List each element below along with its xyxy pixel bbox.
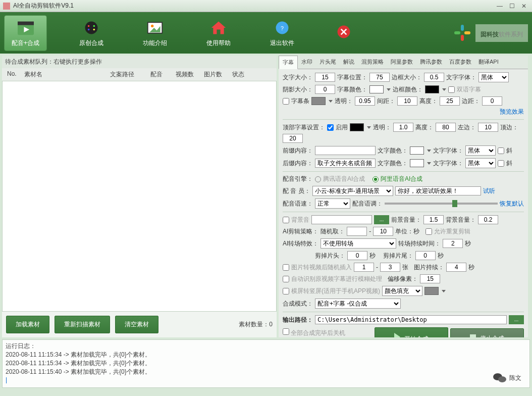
tool-help[interactable]: 使用帮助	[199, 16, 238, 51]
tool-original[interactable]: 原创合成	[72, 16, 111, 51]
subtitle-bar-checkbox[interactable]	[283, 98, 289, 105]
slack-icon	[453, 24, 471, 42]
suffix-font-select[interactable]: 黑体	[465, 158, 496, 168]
bar-spacing-input[interactable]	[397, 96, 417, 106]
voice-actor-select[interactable]: 小云-标准女声-通用场景	[312, 186, 393, 196]
fg-volume-input[interactable]	[423, 215, 444, 224]
top-bar-color[interactable]	[350, 123, 364, 131]
font-size-input[interactable]	[315, 73, 335, 82]
top-enable-checkbox[interactable]	[327, 124, 334, 131]
tab-ali-params[interactable]: 阿里参数	[387, 56, 416, 69]
prefix-italic-checkbox[interactable]	[498, 147, 504, 154]
minimize-button[interactable]: —	[495, 3, 505, 10]
top-left-input[interactable]	[478, 123, 498, 132]
prefix-font-select[interactable]: 黑体	[465, 145, 496, 156]
stop-compose-button[interactable]: 停止合成	[450, 328, 524, 338]
top-margin-input[interactable]	[283, 134, 303, 143]
close-button[interactable]: ✕	[519, 3, 529, 10]
tab-intro-outro[interactable]: 片头尾	[316, 56, 340, 69]
maximize-button[interactable]: ☐	[507, 3, 517, 10]
tab-tencent-params[interactable]: 腾讯参数	[416, 56, 446, 69]
font-select[interactable]: 黑体	[478, 72, 509, 82]
pic-from-input[interactable]	[354, 263, 374, 272]
transition-select[interactable]: 不使用转场	[321, 238, 396, 249]
output-browse-button[interactable]: ...	[509, 315, 524, 324]
compose-mode-select[interactable]: 配音+字幕 -仅合成	[315, 299, 401, 309]
pic-dur-input[interactable]	[446, 263, 466, 272]
bilingual-checkbox[interactable]	[448, 86, 455, 93]
tool-exit[interactable]	[327, 20, 361, 46]
bar-opacity-input[interactable]	[355, 96, 375, 106]
output-path-input[interactable]	[315, 315, 507, 324]
tab-subtitle[interactable]: 字幕	[279, 56, 298, 69]
cut-tail-input[interactable]	[415, 251, 436, 260]
subtitle-pos-input[interactable]	[369, 73, 390, 82]
offset-input[interactable]	[420, 274, 440, 283]
allow-dup-checkbox[interactable]	[425, 228, 432, 235]
transition-dur-input[interactable]	[443, 239, 463, 248]
top-height-input[interactable]	[436, 123, 456, 132]
bar-color-picker[interactable]	[311, 97, 326, 105]
bar-height-input[interactable]	[440, 96, 460, 106]
reset-link[interactable]: 恢复默认	[500, 200, 524, 208]
prefix-color[interactable]	[410, 146, 424, 155]
auto-blur-checkbox[interactable]	[283, 276, 289, 282]
grid-body[interactable]	[2, 81, 277, 312]
tool-voice-compose[interactable]: 配音+合成	[4, 15, 47, 51]
border-size-input[interactable]	[424, 73, 444, 82]
chevron-down-icon[interactable]	[442, 88, 446, 91]
tool-features[interactable]: 功能介绍	[136, 16, 174, 51]
fill-color-picker[interactable]	[424, 287, 439, 295]
tool-usage-help[interactable]: ? 退出软件	[263, 16, 301, 51]
tab-baidu-params[interactable]: 百度参数	[446, 56, 475, 69]
pitch-slider[interactable]	[385, 203, 498, 205]
cut-head-input[interactable]	[347, 251, 367, 260]
voice-speed-select[interactable]: 正常	[315, 199, 350, 209]
fill-mode-select[interactable]: 颜色填充	[382, 286, 422, 296]
engine-ali-radio[interactable]	[373, 176, 379, 182]
engine-tencent-radio[interactable]	[315, 176, 321, 182]
tab-mix-strategy[interactable]: 混剪策略	[358, 56, 387, 69]
preview-link[interactable]: 预览效果	[500, 108, 524, 116]
shadow-input[interactable]	[315, 85, 335, 94]
rand-to-input[interactable]	[373, 227, 393, 236]
subtitle-color-picker[interactable]	[369, 85, 384, 93]
pic-to-input[interactable]	[380, 263, 400, 272]
svg-text:?: ?	[281, 25, 284, 31]
rescan-material-button[interactable]: 重新扫描素材	[55, 316, 110, 333]
bg-volume-input[interactable]	[478, 215, 498, 224]
border-color-picker[interactable]	[425, 85, 439, 93]
chevron-down-icon[interactable]	[387, 88, 391, 91]
start-compose-button[interactable]: 开始合成	[375, 327, 448, 337]
suffix-color[interactable]	[410, 159, 424, 167]
shutdown-checkbox[interactable]	[283, 328, 289, 335]
svg-rect-15	[461, 25, 464, 31]
pic-insert-checkbox[interactable]	[283, 264, 289, 271]
listen-link[interactable]: 试听	[483, 187, 495, 195]
play-icon	[394, 333, 400, 337]
chevron-down-icon[interactable]	[427, 162, 431, 165]
sample-text-input[interactable]	[395, 186, 481, 195]
tab-narration[interactable]: 解说	[340, 56, 358, 69]
load-material-button[interactable]: 加载素材	[6, 316, 49, 333]
rand-from-input[interactable]	[347, 227, 367, 236]
bgm-path-input[interactable]	[311, 215, 372, 224]
top-opacity-input[interactable]	[393, 123, 413, 132]
chevron-down-icon[interactable]	[329, 100, 333, 103]
main-toolbar: 配音+合成 原创合成 功能介绍 使用帮助 ? 退出软件 囡科技软件系列	[0, 12, 532, 54]
log-panel: 运行日志： 2020-08-11 11:15:34 -> 素材加载完毕，共{0}…	[2, 339, 530, 388]
bgm-browse-button[interactable]: ...	[374, 215, 389, 224]
suffix-input[interactable]	[315, 159, 376, 168]
suffix-italic-checkbox[interactable]	[498, 160, 504, 167]
chevron-down-icon[interactable]	[427, 150, 431, 152]
bar-margin-input[interactable]	[482, 96, 502, 106]
chevron-down-icon[interactable]	[442, 290, 446, 292]
watermark: 陈文	[493, 372, 521, 383]
chevron-down-icon[interactable]	[367, 126, 371, 129]
prefix-input[interactable]	[315, 146, 376, 155]
tab-translate-api[interactable]: 翻译API	[475, 56, 502, 69]
tab-watermark[interactable]: 水印	[298, 56, 316, 69]
clear-material-button[interactable]: 清空素材	[115, 316, 158, 333]
bgm-checkbox[interactable]	[283, 217, 289, 223]
rotate-checkbox[interactable]	[283, 288, 289, 294]
